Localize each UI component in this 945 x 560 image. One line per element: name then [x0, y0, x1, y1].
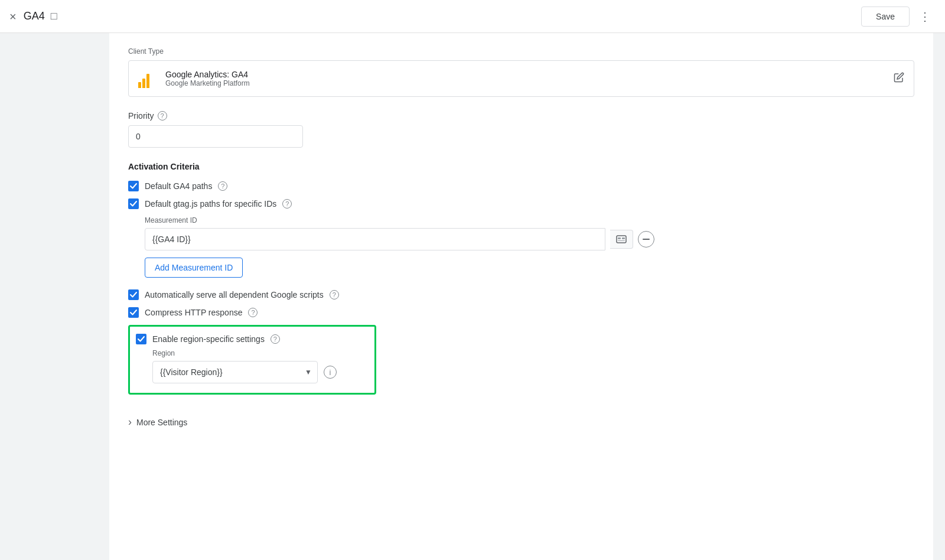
page-title: GA4	[24, 10, 45, 22]
right-sidebar	[933, 33, 945, 560]
checkbox-serve-scripts[interactable]	[128, 289, 139, 300]
region-info-icon[interactable]: i	[324, 366, 337, 379]
checkbox-region-label: Enable region-specific settings	[152, 334, 265, 344]
checkbox-compress[interactable]	[128, 307, 139, 318]
checkbox-row-compress: Compress HTTP response ?	[128, 307, 914, 318]
more-settings-row[interactable]: › More Settings	[128, 416, 914, 428]
priority-help-icon[interactable]: ?	[158, 111, 167, 121]
region-label: Region	[152, 349, 365, 357]
checkbox3-help-icon[interactable]: ?	[330, 290, 339, 299]
checkbox-default-ga4[interactable]	[128, 181, 139, 191]
checkbox-gtag-label: Default gtag.js paths for specific IDs	[145, 199, 276, 209]
main-layout: Client Type Google Analytics: GA4 Google…	[0, 33, 945, 560]
svg-rect-3	[618, 240, 625, 241]
activation-title: Activation Criteria	[128, 162, 914, 171]
client-type-name: Google Analytics: GA4	[165, 70, 894, 79]
checkbox-region[interactable]	[136, 334, 146, 344]
priority-label: Priority	[128, 111, 154, 121]
client-type-card: Google Analytics: GA4 Google Marketing P…	[128, 60, 914, 97]
more-options-icon[interactable]: ⋮	[914, 7, 936, 26]
more-settings-chevron-icon: ›	[128, 416, 132, 428]
add-measurement-id-button[interactable]: Add Measurement ID	[145, 258, 243, 278]
checkbox-row-default-ga4: Default GA4 paths ?	[128, 181, 914, 191]
left-sidebar	[0, 33, 109, 560]
client-type-subtitle: Google Marketing Platform	[165, 79, 894, 87]
checkbox-row-serve-scripts: Automatically serve all dependent Google…	[128, 289, 914, 300]
svg-rect-2	[622, 237, 625, 239]
region-section: Region {{Visitor Region}} ▼ i	[152, 349, 365, 383]
close-button[interactable]: ×	[9, 11, 17, 22]
client-type-info: Google Analytics: GA4 Google Marketing P…	[165, 70, 894, 87]
folder-icon[interactable]: □	[51, 10, 57, 22]
client-type-edit-icon[interactable]	[894, 72, 904, 86]
measurement-id-input[interactable]	[145, 228, 605, 250]
region-select[interactable]: {{Visitor Region}}	[152, 361, 318, 383]
checkbox-default-ga4-label: Default GA4 paths	[145, 181, 212, 191]
svg-rect-0	[617, 236, 626, 243]
priority-label-row: Priority ?	[128, 111, 914, 121]
priority-input[interactable]	[128, 125, 303, 148]
ga4-icon	[138, 69, 157, 88]
checkbox2-help-icon[interactable]: ?	[282, 199, 292, 209]
top-bar: × GA4 □ Save ⋮	[0, 0, 945, 33]
measurement-id-label: Measurement ID	[145, 216, 914, 224]
checkbox4-help-icon[interactable]: ?	[248, 308, 258, 317]
region-row: {{Visitor Region}} ▼ i	[152, 361, 365, 383]
measurement-id-section: Measurement ID	[145, 216, 914, 250]
checkbox-compress-label: Compress HTTP response	[145, 308, 242, 317]
measurement-id-remove-button[interactable]	[638, 231, 654, 248]
checkbox1-help-icon[interactable]: ?	[218, 181, 227, 191]
region-specific-highlighted-box: Enable region-specific settings ? Region…	[128, 325, 376, 395]
checkbox-row-gtag: Default gtag.js paths for specific IDs ?	[128, 198, 914, 209]
checkbox-gtag[interactable]	[128, 198, 139, 209]
svg-rect-4	[643, 239, 650, 240]
checkbox5-help-icon[interactable]: ?	[271, 334, 280, 344]
measurement-id-picker-button[interactable]	[610, 230, 633, 249]
checkbox-row-region: Enable region-specific settings ?	[136, 334, 365, 344]
region-select-wrapper: {{Visitor Region}} ▼	[152, 361, 318, 383]
priority-section: Priority ?	[128, 111, 914, 148]
content-panel: Client Type Google Analytics: GA4 Google…	[109, 33, 933, 560]
svg-rect-1	[618, 237, 621, 239]
measurement-id-row	[145, 228, 914, 250]
save-button[interactable]: Save	[861, 6, 910, 27]
client-type-label: Client Type	[128, 47, 914, 56]
checkbox-serve-scripts-label: Automatically serve all dependent Google…	[145, 290, 324, 299]
more-settings-label: More Settings	[136, 418, 187, 427]
